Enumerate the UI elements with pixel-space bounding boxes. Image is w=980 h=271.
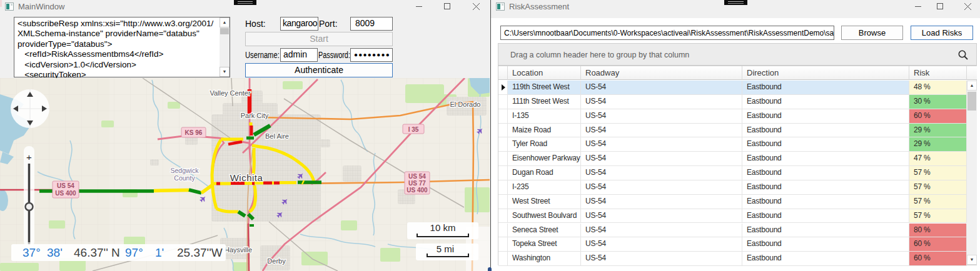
svg-text:El Dorado: El Dorado: [450, 101, 481, 108]
svg-text:38': 38': [47, 246, 63, 259]
svg-text:46.37'' N: 46.37'' N: [74, 246, 120, 259]
svg-text:Valley Center: Valley Center: [210, 89, 251, 97]
svg-text:5 mi: 5 mi: [437, 244, 454, 254]
svg-text:I 35: I 35: [408, 126, 419, 133]
svg-text:County: County: [174, 174, 195, 182]
svg-text:Derby: Derby: [267, 257, 286, 265]
svg-text:+: +: [26, 152, 32, 162]
svg-text:1': 1': [155, 246, 164, 259]
svg-text:10 km: 10 km: [430, 222, 456, 233]
svg-text:97°: 97°: [125, 246, 143, 259]
svg-text:Wichita: Wichita: [230, 172, 263, 183]
svg-text:Park City: Park City: [241, 112, 269, 119]
svg-text:Bel Aire: Bel Aire: [265, 132, 289, 140]
svg-text:US 77: US 77: [408, 180, 426, 187]
svg-text:US 400: US 400: [55, 190, 76, 197]
svg-text:37°: 37°: [23, 246, 41, 259]
svg-text:KS 96: KS 96: [185, 129, 203, 136]
svg-text:Haysville: Haysville: [225, 246, 252, 254]
svg-text:US 54: US 54: [57, 182, 74, 189]
svg-text:US 400: US 400: [407, 187, 428, 194]
svg-text:US 54: US 54: [408, 173, 426, 180]
svg-text:25.37''W: 25.37''W: [177, 246, 223, 259]
svg-text:Sedgwick: Sedgwick: [171, 167, 200, 174]
